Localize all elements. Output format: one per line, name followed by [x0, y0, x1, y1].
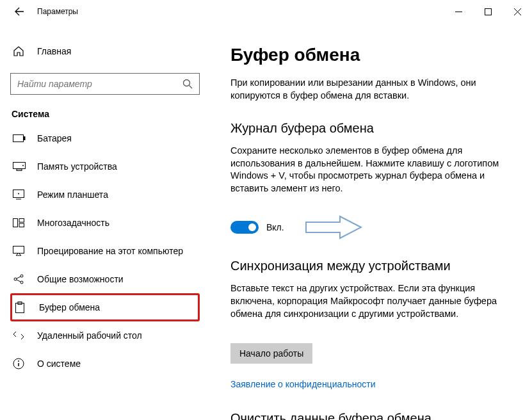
sidebar-item-tablet[interactable]: Режим планшета: [10, 181, 200, 209]
clear-heading: Очистить данные буфера обмена: [230, 411, 514, 420]
shared-icon: [13, 274, 26, 284]
svg-point-7: [22, 165, 24, 166]
projecting-icon: [13, 246, 26, 256]
close-icon: [514, 8, 521, 15]
battery-icon: [13, 134, 26, 142]
sidebar-item-label: О системе: [37, 359, 81, 369]
tablet-icon: [13, 190, 26, 200]
svg-line-20: [17, 280, 20, 282]
sidebar-item-label: Память устройства: [37, 161, 117, 172]
toggle-label: Вкл.: [266, 222, 284, 232]
svg-rect-8: [17, 169, 22, 171]
svg-rect-13: [19, 219, 24, 223]
sidebar-item-label: Буфер обмена: [39, 302, 100, 312]
history-desc: Сохраните несколько элементов в буфер об…: [230, 145, 514, 195]
sync-desc: Вставьте текст на других устройствах. Ес…: [230, 282, 514, 320]
svg-rect-15: [13, 246, 24, 254]
section-title: Система: [10, 109, 200, 119]
sidebar-item-battery[interactable]: Батарея: [10, 124, 200, 152]
svg-rect-1: [485, 8, 491, 15]
clipboard-icon: [15, 302, 28, 313]
window-title: Параметры: [37, 7, 78, 16]
svg-rect-12: [13, 219, 18, 227]
sidebar-item-multitask[interactable]: Многозадачность: [10, 209, 200, 237]
window-controls: [444, 0, 532, 23]
svg-point-17: [20, 275, 23, 277]
maximize-button[interactable]: [473, 0, 503, 23]
sidebar-item-label: Общие возможности: [37, 274, 124, 284]
history-heading: Журнал буфера обмена: [230, 121, 514, 136]
sidebar-item-label: Батарея: [37, 133, 72, 143]
about-icon: [13, 358, 26, 369]
search-input[interactable]: [17, 79, 182, 89]
home-label: Главная: [37, 46, 71, 56]
multitask-icon: [13, 218, 26, 227]
svg-point-16: [14, 278, 17, 280]
arrow-annotation-icon: [305, 214, 362, 241]
sidebar-item-clipboard[interactable]: Буфер обмена: [10, 293, 200, 321]
minimize-icon: [455, 8, 462, 15]
svg-point-11: [18, 193, 19, 195]
sidebar-item-label: Удаленный рабочий стол: [37, 330, 142, 341]
sync-heading: Синхронизация между устройствами: [230, 259, 514, 273]
sidebar-item-projecting[interactable]: Проецирование на этот компьютер: [10, 237, 200, 265]
privacy-link[interactable]: Заявление о конфиденциальности: [230, 379, 375, 389]
sidebar-item-label: Режим планшета: [37, 190, 108, 200]
search-box[interactable]: [10, 73, 200, 95]
home-nav[interactable]: Главная: [10, 38, 200, 64]
storage-icon: [13, 162, 26, 171]
svg-rect-5: [24, 136, 26, 140]
home-icon: [13, 45, 26, 57]
close-button[interactable]: [503, 0, 532, 23]
page-title: Буфер обмена: [230, 45, 514, 65]
sidebar-item-about[interactable]: О системе: [10, 350, 200, 378]
main-content: Буфер обмена При копировании или вырезан…: [210, 23, 532, 420]
history-toggle[interactable]: [230, 221, 259, 234]
svg-point-24: [18, 360, 19, 362]
svg-line-3: [189, 86, 193, 89]
svg-rect-4: [13, 135, 24, 142]
sidebar-item-label: Многозадачность: [37, 218, 109, 228]
titlebar: Параметры: [0, 0, 532, 23]
svg-point-18: [20, 281, 23, 284]
remote-icon: [13, 330, 26, 341]
sidebar: Главная Система Батарея Память устройств…: [0, 23, 210, 420]
svg-rect-14: [19, 223, 24, 227]
back-button[interactable]: [6, 0, 32, 23]
sidebar-item-remote[interactable]: Удаленный рабочий стол: [10, 321, 200, 350]
sidebar-item-storage[interactable]: Память устройства: [10, 152, 200, 181]
sidebar-item-shared[interactable]: Общие возможности: [10, 265, 200, 293]
intro-text: При копировании или вырезании данных в W…: [230, 77, 514, 102]
svg-point-2: [184, 80, 190, 86]
svg-line-19: [17, 277, 20, 279]
maximize-icon: [485, 8, 492, 15]
search-icon: [182, 79, 193, 89]
get-started-button[interactable]: Начало работы: [230, 343, 312, 364]
arrow-left-icon: [14, 6, 24, 17]
sidebar-item-label: Проецирование на этот компьютер: [37, 246, 183, 256]
minimize-button[interactable]: [444, 0, 473, 23]
